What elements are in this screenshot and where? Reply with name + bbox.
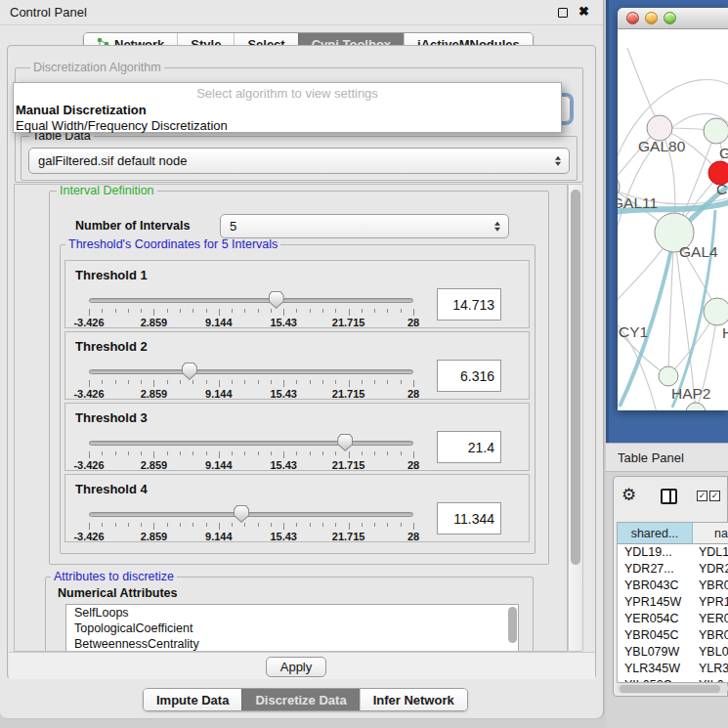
cell-shared-name: YDR27... bbox=[618, 561, 693, 578]
split-columns-icon[interactable] bbox=[661, 489, 677, 504]
slider-thumb[interactable] bbox=[234, 505, 249, 523]
node-node-ne[interactable] bbox=[704, 118, 728, 144]
popup-header: Select algorithm to view settings bbox=[14, 86, 561, 103]
table-row[interactable]: YPR145WYPR1 bbox=[618, 594, 728, 611]
threshold-panel: Threshold 3-3.4262.8599.14415.4321.71528… bbox=[64, 403, 530, 471]
attributes-legend: Attributes to discretize bbox=[51, 571, 177, 583]
cell-name: YLR3 bbox=[693, 661, 728, 677]
tab-impute-data[interactable]: Impute Data bbox=[144, 689, 241, 710]
tick-label: 21.715 bbox=[332, 531, 365, 542]
slider-thumb[interactable] bbox=[182, 363, 197, 380]
tick-mark bbox=[219, 380, 220, 387]
tick-mark bbox=[128, 523, 129, 527]
attribute-item[interactable]: BetweennessCentrality bbox=[66, 636, 518, 652]
tick-mark bbox=[219, 523, 220, 530]
tick-mark bbox=[167, 309, 168, 313]
threshold-value[interactable]: 11.344 bbox=[437, 502, 501, 535]
checkbox-icon[interactable]: ✓ bbox=[709, 491, 720, 501]
table-panel-titlebar: Table Panel bbox=[606, 443, 728, 472]
network-view-window: GAL80GACGAL11GAL4GCY1HHAP2 bbox=[618, 8, 728, 410]
tick-mark bbox=[374, 380, 375, 384]
tick-mark bbox=[271, 523, 272, 527]
threshold-slider[interactable]: -3.4262.8599.14415.4321.71528 bbox=[79, 290, 415, 327]
number-of-intervals-label: Number of Intervals bbox=[75, 219, 190, 233]
tick-mark bbox=[322, 309, 323, 313]
slider-thumb[interactable] bbox=[269, 291, 284, 309]
column-header-shared-name[interactable]: shared... bbox=[618, 523, 693, 543]
node-label-h: H bbox=[722, 324, 728, 341]
checkbox-icon[interactable]: ✓ bbox=[697, 491, 707, 501]
float-window-icon[interactable] bbox=[558, 8, 568, 18]
network-canvas[interactable]: GAL80GACGAL11GAL4GCY1HHAP2 bbox=[618, 30, 728, 410]
tick-label: -3.426 bbox=[73, 317, 104, 328]
discretization-algorithm-legend: Discretization Algorithm bbox=[30, 62, 164, 74]
close-traffic-icon[interactable] bbox=[626, 12, 639, 24]
minimize-traffic-icon[interactable] bbox=[645, 12, 658, 24]
panel-scrollbar[interactable] bbox=[568, 184, 583, 652]
network-desktop: GAL80GACGAL11GAL4GCY1HHAP2 bbox=[606, 0, 728, 443]
list-scrollbar-thumb[interactable] bbox=[508, 607, 517, 643]
threshold-value[interactable]: 14.713 bbox=[437, 288, 501, 321]
table-hscrollbar[interactable] bbox=[617, 683, 728, 694]
slider-thumb-face bbox=[270, 292, 283, 308]
tick-mark bbox=[193, 380, 193, 384]
table-row[interactable]: YBL079WYBL0 bbox=[618, 644, 728, 661]
cell-shared-name: YLR345W bbox=[618, 661, 693, 677]
slider-thumb[interactable] bbox=[337, 434, 353, 451]
tick-mark bbox=[401, 309, 402, 313]
threshold-value[interactable]: 21.4 bbox=[437, 431, 501, 463]
tick-mark bbox=[283, 451, 284, 458]
threshold-slider[interactable]: -3.4262.8599.14415.4321.71528 bbox=[79, 433, 415, 470]
table-row[interactable]: YBR045CYBR0 bbox=[618, 627, 728, 644]
panel-scrollbar-thumb[interactable] bbox=[571, 190, 580, 565]
table-row[interactable]: YDR27...YDR2 bbox=[618, 561, 728, 578]
tick-label: 28 bbox=[407, 531, 419, 542]
tick-mark bbox=[335, 451, 336, 455]
tick-mark bbox=[296, 523, 297, 527]
node-hap2[interactable] bbox=[659, 366, 678, 386]
tick-mark bbox=[283, 523, 284, 530]
tab-discretize-data[interactable]: Discretize Data bbox=[241, 689, 359, 710]
algorithm-option[interactable]: Manual Discretization bbox=[14, 103, 561, 118]
table-row[interactable]: YDL19...YDL1 bbox=[618, 544, 728, 561]
table-row[interactable]: YBR043CYBR0 bbox=[618, 578, 728, 594]
number-of-intervals-combobox[interactable]: 5 bbox=[220, 214, 509, 238]
tick-mark bbox=[362, 380, 363, 384]
close-icon[interactable]: ✖ bbox=[578, 4, 589, 19]
node-node-h[interactable] bbox=[704, 298, 728, 325]
tick-label: 9.144 bbox=[205, 459, 233, 471]
tick-mark bbox=[115, 309, 116, 313]
control-panel-titlebar: Control Panel ✖ bbox=[0, 0, 603, 25]
table-data-value: galFiltered.sif default node bbox=[38, 153, 187, 168]
tick-mark bbox=[153, 309, 154, 316]
attribute-item[interactable]: TopologicalCoefficient bbox=[66, 621, 518, 636]
bottom-tabbar: Impute DataDiscretize DataInfer Network bbox=[143, 688, 468, 711]
node-node-s[interactable] bbox=[686, 403, 706, 410]
gear-icon[interactable]: ⚙ bbox=[621, 485, 636, 505]
table-hscrollbar-thumb[interactable] bbox=[620, 685, 720, 693]
table-row[interactable]: YER054CYER0 bbox=[618, 611, 728, 627]
tick-label: 9.144 bbox=[205, 388, 233, 400]
tick-mark bbox=[193, 523, 193, 527]
tick-mark bbox=[283, 380, 284, 387]
tab-infer-network[interactable]: Infer Network bbox=[360, 689, 467, 710]
algorithm-option[interactable]: Equal Width/Frequency Discretization bbox=[14, 118, 561, 134]
tick-mark bbox=[115, 451, 116, 455]
table-row[interactable]: YIL052CYIL0 bbox=[618, 677, 728, 682]
threshold-value[interactable]: 6.316 bbox=[437, 360, 501, 392]
table-data-combobox[interactable]: galFiltered.sif default node bbox=[28, 148, 570, 174]
threshold-label: Threshold 4 bbox=[75, 482, 148, 496]
column-header-name[interactable]: na bbox=[693, 523, 728, 543]
network-window-titlebar bbox=[618, 8, 728, 29]
tick-label: -3.426 bbox=[73, 388, 104, 400]
zoom-traffic-icon[interactable] bbox=[664, 12, 676, 24]
numerical-attributes-list[interactable]: SelfLoopsTopologicalCoefficientBetweenne… bbox=[65, 604, 519, 652]
tick-mark bbox=[258, 451, 259, 455]
tick-mark bbox=[244, 523, 245, 527]
table-row[interactable]: YLR345WYLR3 bbox=[618, 661, 728, 677]
threshold-slider[interactable]: -3.4262.8599.14415.4321.71528 bbox=[79, 504, 415, 541]
threshold-slider[interactable]: -3.4262.8599.14415.4321.71528 bbox=[79, 362, 415, 399]
apply-button[interactable]: Apply bbox=[266, 657, 326, 677]
node-label-c: C bbox=[716, 181, 727, 197]
attribute-item[interactable]: SelfLoops bbox=[66, 605, 518, 621]
